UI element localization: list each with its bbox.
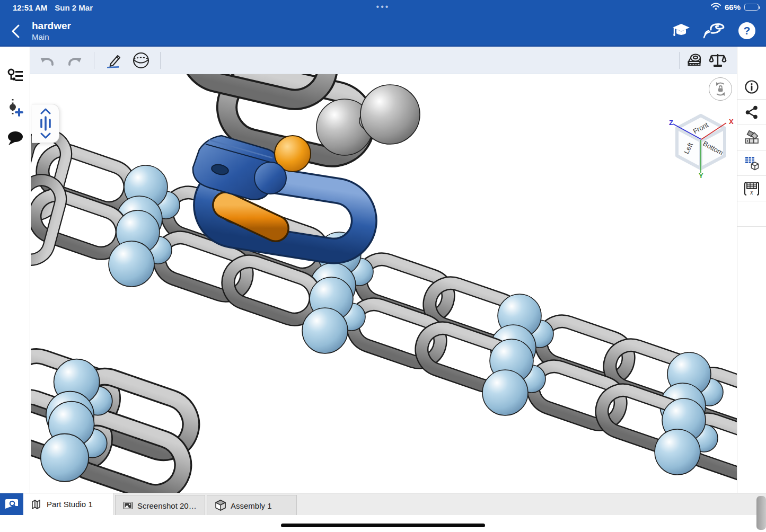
- graduation-cap-icon: [672, 22, 691, 39]
- tab-label: Assembly 1: [231, 501, 272, 510]
- onshape-app: 12:51 AM Sun 2 Mar ••• 66%: [0, 0, 766, 532]
- document-header: hardwer Main: [0, 16, 766, 47]
- status-bar: 12:51 AM Sun 2 Mar ••• 66%: [0, 0, 766, 16]
- svg-text:x: x: [750, 189, 753, 196]
- home-indicator[interactable]: [281, 524, 485, 527]
- battery-percent: 66%: [725, 3, 741, 12]
- dotted-line-plus-icon: [7, 98, 23, 117]
- redo-button[interactable]: [63, 50, 86, 71]
- comments-button[interactable]: [0, 123, 30, 154]
- toolbar-separator: [679, 52, 680, 69]
- x-axis-label: X: [729, 118, 734, 126]
- assembly-cube-icon: [215, 500, 226, 511]
- workspace-name: Main: [32, 32, 71, 42]
- undo-button[interactable]: [36, 50, 59, 71]
- chevron-down-icon: [40, 132, 51, 139]
- speech-bubble-icon: [6, 130, 24, 146]
- broadcast-headset-icon: [703, 22, 725, 40]
- toolbar-separator: [160, 52, 161, 69]
- configurations-button[interactable]: [737, 150, 766, 176]
- appearance-panel-button[interactable]: [737, 125, 766, 150]
- mass-properties-button[interactable]: [706, 50, 729, 71]
- pencil-icon: [104, 52, 122, 69]
- sphere-dashed-icon: [131, 51, 151, 69]
- y-axis-label: Y: [699, 172, 703, 178]
- chevron-left-icon: [13, 25, 19, 37]
- battery-icon: [744, 4, 759, 11]
- custom-tables-button[interactable]: x: [737, 176, 766, 201]
- document-title: hardwer: [32, 20, 71, 32]
- svg-text:?: ?: [744, 24, 751, 37]
- follow-mode-button[interactable]: [703, 20, 725, 41]
- chevron-up-icon: [40, 108, 51, 114]
- tab-manager-button[interactable]: [0, 493, 23, 516]
- measure-button[interactable]: [683, 50, 706, 71]
- view-toolbar: [30, 47, 737, 74]
- tab-label: Screenshot 2025-...: [137, 501, 197, 510]
- graphics-canvas[interactable]: [31, 74, 737, 493]
- table-cube-icon: [744, 155, 760, 171]
- left-panel-rail: [0, 47, 30, 493]
- help-button[interactable]: ?: [736, 20, 758, 41]
- right-panel-rail: x: [737, 47, 766, 493]
- multitask-dots-icon[interactable]: •••: [0, 2, 766, 12]
- feature-tree-icon: [7, 68, 24, 85]
- question-mark-icon: ?: [738, 22, 756, 40]
- sketch-button[interactable]: [102, 50, 125, 71]
- tab-part-studio-1[interactable]: Part Studio 1: [23, 493, 113, 515]
- view-cube[interactable]: Front Left Bottom Z X Y: [662, 110, 739, 178]
- scrubber-bars-icon: [39, 116, 52, 131]
- right-rail-empty-cell: [737, 201, 766, 227]
- share-button[interactable]: [737, 100, 766, 125]
- properties-info-button[interactable]: [737, 74, 766, 100]
- tape-measure-icon: [685, 52, 704, 69]
- color-swatches-icon: [744, 130, 760, 146]
- model-chain-bottom-left: [31, 350, 198, 493]
- model-scene: [31, 74, 737, 493]
- back-button[interactable]: [7, 22, 25, 40]
- tab-screenshot[interactable]: Screenshot 2025-...: [115, 495, 205, 516]
- wifi-icon: [711, 3, 721, 12]
- appearance-sphere-button[interactable]: [129, 50, 153, 71]
- tab-label: Part Studio 1: [47, 500, 93, 509]
- table-fx-icon: x: [743, 181, 760, 197]
- scroll-corner-handle[interactable]: [756, 496, 766, 530]
- learning-center-button[interactable]: [671, 20, 692, 41]
- z-axis-label: Z: [669, 119, 673, 127]
- tab-bar: Part Studio 1 Screenshot 2025-... Assemb…: [0, 493, 766, 515]
- insert-feature-button[interactable]: [0, 92, 30, 123]
- feature-scrubber[interactable]: [32, 104, 59, 143]
- view-rotation-lock-button[interactable]: [709, 77, 732, 101]
- feature-list-button[interactable]: [0, 61, 30, 92]
- redo-icon: [66, 52, 83, 68]
- info-icon: [744, 79, 759, 94]
- share-nodes-icon: [744, 105, 759, 120]
- tab-assembly-1[interactable]: Assembly 1: [207, 495, 297, 516]
- toolbar-separator: [94, 52, 94, 69]
- search-flag-icon: [5, 499, 19, 510]
- lock-rotate-icon: [712, 81, 728, 97]
- balance-scale-icon: [708, 52, 727, 69]
- image-icon: [123, 501, 133, 510]
- undo-icon: [39, 52, 56, 68]
- part-studio-icon: [31, 499, 42, 510]
